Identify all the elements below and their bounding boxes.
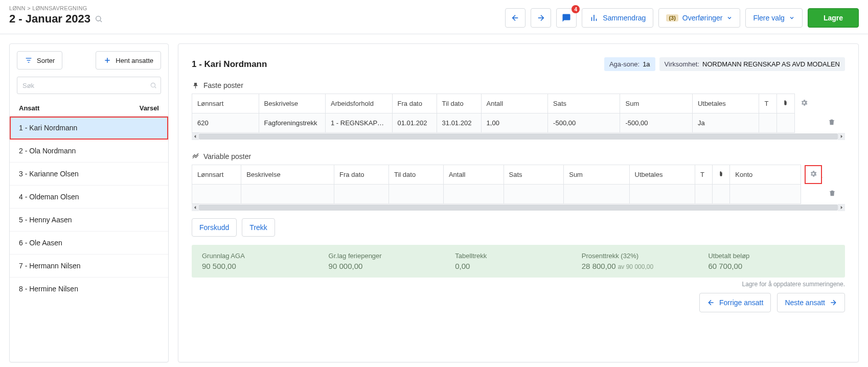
- cell[interactable]: [730, 185, 801, 204]
- scroll-right-icon[interactable]: [838, 204, 845, 211]
- col-sum[interactable]: Sum: [620, 94, 692, 113]
- cell-beskrivelse[interactable]: Fagforeningstrekk: [259, 113, 326, 133]
- sort-button[interactable]: Sorter: [17, 51, 62, 70]
- list-item[interactable]: 2 - Ola Nordmann: [10, 140, 168, 163]
- table-row[interactable]: [192, 185, 845, 204]
- employee-title: 1 - Kari Nordmann: [192, 59, 267, 70]
- prev-employee-button[interactable]: Forrige ansatt: [699, 293, 771, 312]
- cell[interactable]: [504, 185, 564, 204]
- col-arbeid[interactable]: Arbeidsforhold: [326, 94, 393, 113]
- scroll-left-icon[interactable]: [192, 133, 199, 140]
- cell-delete[interactable]: [823, 113, 845, 133]
- summary-cell: Tabelltrekk 0,00: [455, 252, 582, 270]
- table-header-row: Lønnsart Beskrivelse Fra dato Til dato A…: [192, 165, 845, 185]
- list-item[interactable]: 5 - Henny Aasen: [10, 209, 168, 232]
- variable-section-label: Variable poster: [203, 152, 251, 160]
- cell-empty: [801, 185, 823, 204]
- col-sats[interactable]: Sats: [548, 94, 620, 113]
- cell-lonnsart[interactable]: 620: [192, 113, 259, 133]
- scroll-track[interactable]: [199, 133, 838, 140]
- col-til[interactable]: Til dato: [389, 165, 444, 185]
- col-antall[interactable]: Antall: [443, 165, 504, 185]
- hscroll[interactable]: [192, 133, 845, 140]
- save-button[interactable]: Lagre: [808, 8, 859, 28]
- scroll-right-icon[interactable]: [838, 133, 845, 140]
- cell-arbeid[interactable]: 1 - REGNSKAPSSJI: [326, 113, 393, 133]
- hscroll[interactable]: [192, 204, 845, 211]
- col-fra[interactable]: Fra dato: [392, 94, 437, 113]
- cell-antall[interactable]: 1,00: [481, 113, 548, 133]
- scroll-track[interactable]: [199, 204, 838, 211]
- transfers-button[interactable]: (3) Overføringer: [658, 8, 740, 28]
- col-lonnsart[interactable]: Lønnsart: [192, 94, 259, 113]
- scroll-left-icon[interactable]: [192, 204, 199, 211]
- cell[interactable]: [564, 185, 629, 204]
- cell-empty: [794, 113, 822, 133]
- transfers-count: (3): [666, 14, 678, 21]
- col-gear[interactable]: [794, 94, 822, 113]
- cell-delete[interactable]: [823, 185, 845, 204]
- trash-icon: [828, 189, 836, 197]
- cell-sats[interactable]: -500,00: [548, 113, 620, 133]
- employee-sidebar: Sorter Hent ansatte Ansatt Varsel 1 - Ka…: [9, 43, 169, 362]
- summary-button[interactable]: Sammendrag: [582, 8, 653, 28]
- col-sats[interactable]: Sats: [504, 165, 564, 185]
- fixed-section-label: Faste poster: [203, 81, 243, 89]
- list-item[interactable]: 8 - Hermine Nilsen: [10, 278, 168, 300]
- svg-line-1: [100, 20, 102, 22]
- cell[interactable]: [334, 185, 389, 204]
- cell-fra[interactable]: 01.01.202: [392, 113, 437, 133]
- sort-label: Sorter: [37, 57, 55, 64]
- next-arrow-button[interactable]: [531, 8, 551, 28]
- col-utbetales[interactable]: Utbetales: [629, 165, 695, 185]
- col-til[interactable]: Til dato: [437, 94, 481, 113]
- attachment-icon: [782, 100, 789, 106]
- next-employee-button[interactable]: Neste ansatt: [777, 293, 845, 312]
- list-item[interactable]: 7 - Hermann Nilsen: [10, 255, 168, 278]
- cell[interactable]: [241, 185, 334, 204]
- search-input[interactable]: [17, 77, 161, 94]
- cell-utbetales[interactable]: Ja: [692, 113, 759, 133]
- list-item[interactable]: 6 - Ole Aasen: [10, 232, 168, 255]
- col-lonnsart[interactable]: Lønnsart: [192, 165, 241, 185]
- cell[interactable]: [629, 185, 695, 204]
- col-t[interactable]: T: [759, 94, 777, 113]
- list-item[interactable]: 1 - Kari Nordmann: [10, 117, 168, 140]
- aga-value: 1a: [643, 60, 650, 68]
- cell[interactable]: [192, 185, 241, 204]
- breadcrumb-root[interactable]: LØNN: [9, 5, 26, 11]
- cell[interactable]: [695, 185, 712, 204]
- col-antall[interactable]: Antall: [481, 94, 548, 113]
- col-utbetales[interactable]: Utbetales: [692, 94, 759, 113]
- trekk-button[interactable]: Trekk: [242, 218, 275, 237]
- col-sum[interactable]: Sum: [564, 165, 629, 185]
- col-t[interactable]: T: [695, 165, 712, 185]
- cell-t[interactable]: [759, 113, 777, 133]
- cell-til[interactable]: 31.01.202: [437, 113, 481, 133]
- cell[interactable]: [443, 185, 504, 204]
- col-attach: [777, 94, 795, 113]
- table-row[interactable]: 620 Fagforeningstrekk 1 - REGNSKAPSSJI 0…: [192, 113, 845, 133]
- cell[interactable]: [389, 185, 444, 204]
- cell[interactable]: [713, 185, 730, 204]
- cell-sum[interactable]: -500,00: [620, 113, 692, 133]
- list-item[interactable]: 3 - Karianne Olsen: [10, 163, 168, 186]
- summary-cell: Gr.lag feriepenger 90 000,00: [329, 252, 455, 270]
- transfers-label: Overføringer: [682, 14, 723, 22]
- more-options-button[interactable]: Flere valg: [745, 8, 802, 28]
- col-gear[interactable]: [801, 165, 823, 185]
- breadcrumb-page[interactable]: LØNNSAVREGNING: [32, 5, 87, 11]
- svg-marker-14: [194, 135, 196, 139]
- list-item[interactable]: 4 - Oldeman Olsen: [10, 186, 168, 209]
- forskudd-button[interactable]: Forskudd: [192, 218, 237, 237]
- summary-bar: Grunnlag AGA 90 500,00 Gr.lag feriepenge…: [192, 245, 845, 278]
- prev-arrow-button[interactable]: [505, 8, 526, 28]
- next-label: Neste ansatt: [785, 299, 825, 307]
- col-konto[interactable]: Konto: [730, 165, 801, 185]
- col-beskrivelse[interactable]: Beskrivelse: [241, 165, 334, 185]
- fetch-employees-button[interactable]: Hent ansatte: [96, 51, 161, 70]
- col-fra[interactable]: Fra dato: [334, 165, 389, 185]
- search-icon[interactable]: [95, 15, 103, 23]
- col-beskrivelse[interactable]: Beskrivelse: [259, 94, 326, 113]
- cell-attach[interactable]: [777, 113, 795, 133]
